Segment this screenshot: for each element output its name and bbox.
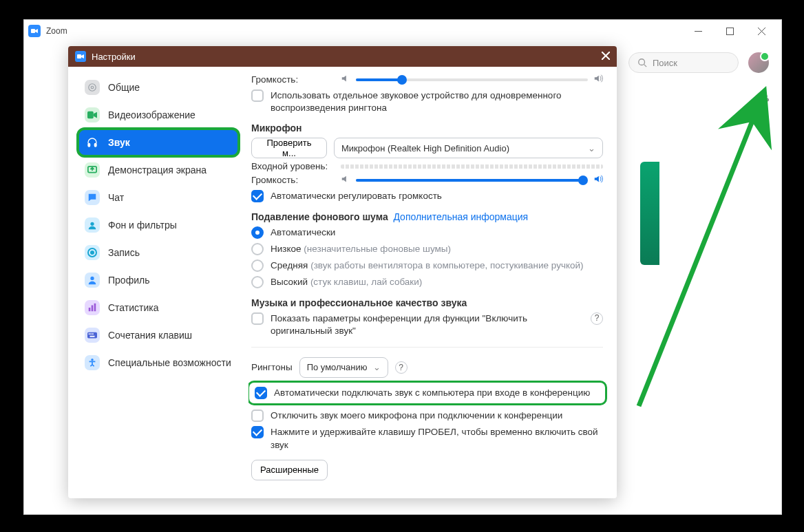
sidebar-item-profile[interactable]: Профиль [78,266,239,294]
mic-volume-slider[interactable] [356,179,588,182]
svg-rect-14 [88,143,90,147]
share-icon [85,162,100,178]
volume-low-icon [341,174,350,186]
record-icon [85,245,100,260]
svg-rect-0 [31,29,35,33]
sidebar-item-background[interactable]: Фон и фильтры [78,211,239,239]
sidebar-item-label: Сочетания клавиш [108,330,192,341]
sidebar-item-audio[interactable]: Звук [78,129,239,156]
svg-point-20 [90,277,94,280]
sidebar-item-label: Запись [108,247,140,258]
push-to-talk-checkbox[interactable] [251,426,264,438]
noise-medium-radio[interactable] [251,259,264,272]
gear-icon [85,80,100,95]
ringtone-select[interactable]: По умолчанию ⌄ [299,357,388,378]
auto-join-audio-checkbox[interactable] [255,387,267,399]
svg-rect-13 [87,111,94,119]
checkbox-label: Автоматически подключать звук с компьюте… [274,387,590,399]
svg-rect-27 [92,333,94,334]
auto-adjust-volume-checkbox[interactable] [251,190,264,202]
dialog-title: Настройки [92,52,136,62]
svg-rect-24 [87,332,97,339]
radio-label: Высокий [271,277,308,287]
input-level-label: Входной уровень: [251,161,334,171]
keyboard-icon [85,328,100,343]
divider [251,347,603,348]
sidebar-item-share-screen[interactable]: Демонстрация экрана [78,156,239,184]
window-close-button[interactable] [745,20,777,42]
radio-label: Низкое [271,244,302,254]
settings-gear-button[interactable] [755,93,769,109]
mic-device-select[interactable]: Микрофон (Realtek High Definition Audio)… [334,138,603,158]
sidebar-item-label: Звук [108,137,130,148]
svg-point-19 [90,251,94,255]
sidebar-item-label: Общие [108,82,140,93]
button-label: Проверить м... [260,138,318,158]
radio-label: Средняя [271,260,308,270]
noise-info-link[interactable]: Дополнительная информация [393,211,528,222]
select-value: По умолчанию [307,362,368,372]
checkbox-label: Автоматически регулировать громкость [271,190,442,202]
chevron-down-icon: ⌄ [588,143,595,153]
svg-point-12 [89,84,96,92]
gear-icon [755,93,769,107]
window-maximize-button[interactable] [714,20,745,42]
sidebar-item-shortcuts[interactable]: Сочетания клавиш [78,321,239,349]
mic-input-level-meter [341,164,603,169]
mic-volume-label: Громкость: [251,175,334,185]
svg-point-7 [761,98,764,102]
chat-icon [85,190,100,205]
help-icon[interactable]: ? [395,361,408,374]
svg-rect-28 [90,336,95,337]
advanced-button[interactable]: Расширенные [251,460,328,480]
mute-on-join-checkbox[interactable] [251,409,264,422]
noise-low-radio[interactable] [251,243,264,255]
avatar[interactable] [748,52,769,73]
svg-rect-22 [92,306,94,312]
settings-dialog: Настройки Общие Видеоизображение Звук Де… [68,46,617,498]
radio-hint: (звук работы вентилятора в компьютере, п… [310,260,583,270]
separate-ring-device-checkbox[interactable] [251,89,264,102]
noise-suppression-heading: Подавление фонового шума Дополнительная … [251,211,603,222]
sidebar-item-label: Демонстрация экрана [108,164,207,175]
svg-rect-23 [94,304,96,311]
volume-low-icon [341,74,350,85]
sidebar-item-recording[interactable]: Запись [78,239,239,266]
sidebar-item-label: Статистика [108,302,159,313]
ringtones-label: Рингтоны [251,362,293,372]
original-sound-checkbox[interactable] [251,312,264,325]
window-titlebar: Zoom [24,20,781,42]
video-icon [85,107,100,123]
dialog-close-button[interactable] [602,52,610,62]
svg-line-6 [644,65,647,67]
search-icon [637,58,647,67]
noise-high-radio[interactable] [251,276,264,288]
sidebar-item-chat[interactable]: Чат [78,184,239,211]
sidebar-item-label: Видеоизображение [108,109,195,120]
sidebar-item-statistics[interactable]: Статистика [78,294,239,321]
settings-content-audio: Громкость: Использовать отдельное звуков… [248,67,617,498]
zoom-app-icon [28,25,41,37]
noise-auto-radio[interactable] [251,226,264,239]
sidebar-item-general[interactable]: Общие [78,74,239,101]
help-icon[interactable]: ? [591,312,603,325]
speaker-volume-slider[interactable] [356,78,588,81]
search-input[interactable]: Поиск [628,52,739,73]
sidebar-item-label: Специальные возможности [108,357,231,368]
sidebar-item-accessibility[interactable]: Специальные возможности [78,349,239,376]
dialog-titlebar: Настройки [68,46,617,67]
sidebar-item-label: Чат [108,192,124,203]
checkbox-label: Отключить звук моего микрофона при подкл… [271,409,562,422]
radio-label: Автоматически [271,227,335,237]
radio-hint: (незначительные фоновые шумы) [304,244,451,254]
svg-rect-26 [90,333,92,334]
svg-rect-15 [94,143,96,147]
music-quality-heading: Музыка и профессиональное качество звука [251,297,603,308]
settings-sidebar: Общие Видеоизображение Звук Демонстрация… [68,67,248,498]
stats-icon [85,300,100,315]
sidebar-item-video[interactable]: Видеоизображение [78,101,239,129]
radio-hint: (стук клавиш, лай собаки) [310,277,422,287]
test-mic-button[interactable]: Проверить м... [251,138,327,158]
button-label: Расширенные [260,465,319,475]
window-minimize-button[interactable] [682,20,714,42]
